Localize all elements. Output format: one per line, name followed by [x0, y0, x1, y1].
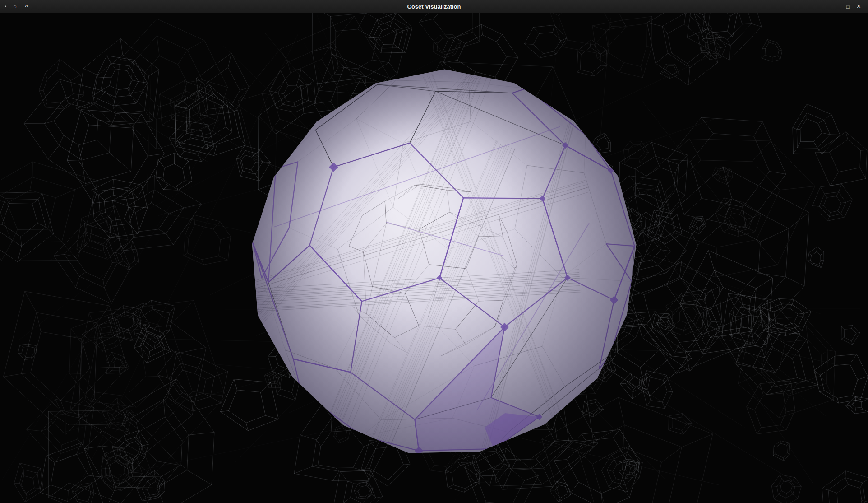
circle-icon[interactable]: ○ [10, 3, 19, 10]
app-window: • ○ ^ Coset Visualization – □ × [0, 0, 868, 503]
titlebar-left-icons: • ○ ^ [0, 3, 31, 10]
chevron-up-icon[interactable]: ^ [22, 3, 31, 10]
app-menu-dot-icon[interactable]: • [4, 4, 8, 9]
minimize-button[interactable]: – [833, 2, 842, 10]
maximize-button[interactable]: □ [844, 3, 852, 10]
viewport-canvas[interactable] [0, 13, 868, 503]
window-title: Coset Visualization [0, 0, 868, 13]
close-button[interactable]: × [854, 2, 863, 11]
viewport [0, 13, 868, 503]
titlebar: • ○ ^ Coset Visualization – □ × [0, 0, 868, 13]
window-controls: – □ × [833, 2, 868, 11]
